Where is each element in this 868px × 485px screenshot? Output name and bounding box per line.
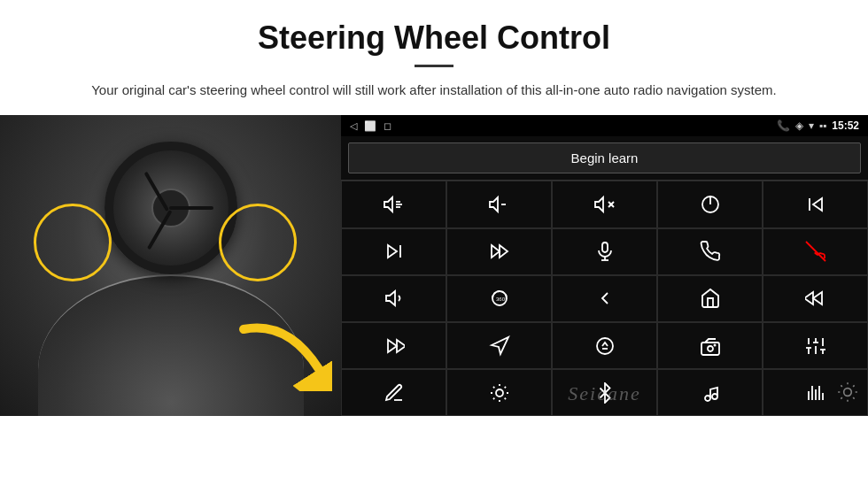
status-bar-left: ◁ ⬜ ◻	[350, 120, 391, 132]
status-bar: ◁ ⬜ ◻ 📞 ◈ ▾ ▪▪ 15:52	[341, 115, 868, 136]
svg-rect-32	[701, 343, 719, 355]
svg-point-30	[597, 338, 613, 354]
android-unit: ◁ ⬜ ◻ 📞 ◈ ▾ ▪▪ 15:52 Begin learn	[341, 115, 868, 416]
svg-marker-27	[388, 340, 397, 352]
eject-button[interactable]	[552, 322, 657, 369]
svg-text:360°: 360°	[496, 296, 508, 302]
begin-learn-row: Begin learn	[341, 136, 868, 180]
mic-button[interactable]	[552, 228, 657, 275]
icons-grid: 360°	[341, 180, 868, 416]
next-skip-button[interactable]	[341, 228, 446, 275]
rewind-button[interactable]	[763, 275, 868, 322]
clock: 15:52	[832, 119, 859, 132]
header-section: Steering Wheel Control Your original car…	[0, 0, 868, 115]
eq-icon	[805, 335, 826, 357]
vol-down-button[interactable]	[446, 181, 552, 227]
settings2-icon	[489, 382, 510, 404]
back-nav-button[interactable]	[552, 275, 657, 322]
horn-button[interactable]	[341, 275, 446, 322]
title-divider	[415, 65, 453, 67]
car-scene	[0, 115, 341, 416]
svg-marker-7	[595, 197, 603, 212]
car-image-side	[0, 115, 341, 416]
page-container: Steering Wheel Control Your original car…	[0, 0, 868, 416]
vol-down-icon	[489, 194, 510, 215]
back-nav-icon	[594, 288, 616, 309]
power-icon	[700, 194, 721, 215]
next-skip-icon	[384, 241, 405, 262]
navigate-button[interactable]	[446, 322, 552, 369]
content-row: ◁ ⬜ ◻ 📞 ◈ ▾ ▪▪ 15:52 Begin learn	[0, 115, 868, 416]
next2-icon	[384, 335, 405, 357]
hang-up-icon	[805, 241, 826, 262]
vol-up-icon	[384, 194, 405, 215]
spectrum-icon	[805, 382, 826, 404]
radio-button[interactable]	[657, 322, 763, 369]
svg-point-46	[712, 394, 717, 399]
svg-line-21	[806, 242, 825, 261]
camera360-button[interactable]: 360°	[446, 275, 552, 322]
svg-marker-16	[492, 245, 500, 258]
music-icon	[700, 382, 721, 404]
recents-nav-icon[interactable]: ◻	[384, 120, 391, 132]
bluetooth-button[interactable]	[552, 369, 657, 416]
eject-icon	[594, 335, 616, 357]
home-nav-icon[interactable]: ⬜	[364, 120, 376, 132]
back-nav-icon[interactable]: ◁	[350, 120, 357, 132]
camera360-icon: 360°	[489, 288, 510, 309]
svg-marker-5	[490, 197, 498, 212]
svg-marker-14	[388, 245, 397, 258]
spoke-top	[169, 206, 213, 210]
svg-marker-1	[384, 197, 392, 212]
pen-icon	[384, 382, 405, 404]
svg-point-45	[705, 396, 710, 401]
page-title: Steering Wheel Control	[53, 19, 815, 56]
steering-wheel	[105, 142, 237, 274]
vol-mute-icon	[594, 194, 616, 215]
svg-point-33	[708, 346, 713, 351]
svg-marker-29	[492, 337, 508, 354]
radio-icon	[700, 335, 721, 357]
mic-icon	[594, 241, 616, 262]
subtitle: Your original car's steering wheel contr…	[89, 80, 779, 101]
rewind-icon	[805, 288, 826, 309]
vol-mute-button[interactable]	[552, 181, 657, 227]
svg-rect-18	[602, 242, 608, 252]
bluetooth-icon	[594, 382, 616, 404]
fast-fwd-icon	[489, 241, 510, 262]
vol-up-button[interactable]	[341, 181, 446, 227]
status-bar-right: 📞 ◈ ▾ ▪▪ 15:52	[777, 119, 859, 132]
phone-signal-icon: 📞	[777, 119, 790, 132]
svg-point-52	[844, 389, 852, 396]
home-nav-icon-cell	[700, 288, 721, 309]
pen-button[interactable]	[341, 369, 446, 416]
phone-call-button[interactable]	[657, 228, 763, 275]
prev-track-button[interactable]	[763, 181, 868, 227]
svg-marker-22	[386, 291, 395, 305]
navigate-icon	[489, 335, 510, 357]
highlight-circle-left	[34, 204, 112, 281]
power-button[interactable]	[657, 181, 763, 227]
horn-icon	[384, 288, 405, 309]
wifi-icon: ▾	[809, 119, 814, 132]
music-button[interactable]	[657, 369, 763, 416]
eq-button[interactable]	[763, 322, 868, 369]
hang-up-button[interactable]	[763, 228, 868, 275]
battery-icon: ▪▪	[819, 119, 827, 132]
home-nav-button[interactable]	[657, 275, 763, 322]
settings2-button[interactable]	[446, 369, 552, 416]
next2-button[interactable]	[341, 322, 446, 369]
phone-call-icon	[700, 241, 721, 262]
highlight-circle-right	[219, 204, 297, 281]
svg-point-44	[496, 389, 503, 396]
begin-learn-button[interactable]: Begin learn	[348, 142, 861, 173]
svg-marker-25	[813, 292, 822, 304]
yellow-arrow	[235, 312, 332, 391]
location-icon: ◈	[795, 119, 803, 132]
svg-marker-12	[813, 198, 822, 211]
prev-track-icon	[805, 194, 826, 215]
fast-fwd-button[interactable]	[446, 228, 552, 275]
gear-icon-bottom[interactable]	[836, 381, 859, 409]
